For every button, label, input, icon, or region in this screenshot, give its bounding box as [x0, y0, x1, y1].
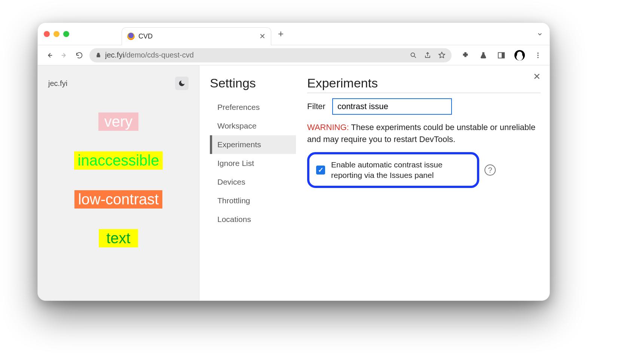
url-host: jec.fyi [105, 51, 124, 59]
demo-word-1: very [98, 112, 139, 131]
moon-icon [178, 80, 186, 87]
reload-icon [75, 51, 83, 59]
toolbar: jec.fyi/demo/cds-quest-cvd [38, 45, 550, 65]
svg-point-3 [537, 52, 538, 53]
demo-word-4: text [99, 229, 138, 247]
warning-prefix: WARNING: [307, 123, 349, 132]
settings-item-devices[interactable]: Devices [210, 173, 296, 191]
share-icon[interactable] [424, 52, 431, 59]
settings-sidebar: Settings PreferencesWorkspaceExperiments… [210, 76, 296, 300]
menu-button[interactable] [533, 50, 543, 60]
devtools-settings-panel: ✕ Settings PreferencesWorkspaceExperimen… [199, 65, 550, 300]
settings-heading: Settings [210, 76, 296, 90]
forward-button[interactable] [59, 50, 69, 60]
tab-title: CVD [138, 33, 256, 40]
window-controls [44, 31, 69, 37]
demo-word-3: low-contrast [74, 190, 163, 209]
page-viewport: jec.fyi very inaccessible low-contrast t… [38, 65, 199, 300]
experiment-checkbox[interactable] [316, 166, 325, 175]
sidepanel-button[interactable] [496, 50, 506, 60]
theme-toggle-button[interactable] [175, 77, 189, 90]
filter-label: Filter [307, 102, 325, 111]
tab-close-button[interactable]: ✕ [259, 32, 266, 41]
bookmark-star-icon[interactable] [438, 52, 446, 59]
lock-icon [95, 52, 101, 58]
settings-item-experiments[interactable]: Experiments [210, 135, 296, 154]
favicon-icon [127, 33, 135, 40]
site-name: jec.fyi [48, 79, 67, 88]
svg-point-0 [411, 53, 415, 56]
chevron-down-icon [536, 30, 544, 38]
filter-input[interactable] [332, 98, 452, 115]
svg-rect-2 [502, 52, 504, 58]
close-window-button[interactable] [44, 31, 50, 37]
experiments-pane: Experiments Filter WARNING: These experi… [296, 76, 541, 300]
demo-word-2: inaccessible [74, 151, 163, 170]
zoom-icon[interactable] [410, 52, 417, 59]
settings-item-workspace[interactable]: Workspace [210, 117, 296, 135]
svg-point-5 [537, 57, 538, 58]
browser-tab[interactable]: CVD ✕ [122, 27, 271, 45]
experiments-heading: Experiments [307, 76, 541, 93]
close-settings-button[interactable]: ✕ [533, 71, 541, 82]
titlebar: CVD ✕ + [38, 23, 550, 45]
maximize-window-button[interactable] [63, 31, 69, 37]
settings-item-throttling[interactable]: Throttling [210, 191, 296, 210]
minimize-window-button[interactable] [53, 31, 59, 37]
profile-avatar-button[interactable] [514, 50, 525, 61]
demo-words: very inaccessible low-contrast text [38, 112, 199, 247]
toolbar-right-icons [461, 50, 543, 61]
highlighted-experiment-row: Enable automatic contrast issue reportin… [307, 152, 479, 188]
arrow-right-icon [60, 51, 68, 59]
new-tab-button[interactable]: + [278, 28, 284, 40]
browser-window: CVD ✕ + jec.fyi/demo/cds-quest-cvd [37, 22, 550, 301]
tabs-dropdown-button[interactable] [536, 30, 544, 38]
content-area: jec.fyi very inaccessible low-contrast t… [38, 65, 550, 300]
experiment-help-button[interactable]: ? [484, 164, 496, 176]
arrow-left-icon [45, 51, 53, 59]
settings-item-ignore-list[interactable]: Ignore List [210, 154, 296, 173]
settings-item-locations[interactable]: Locations [210, 210, 296, 229]
extensions-button[interactable] [461, 50, 470, 60]
url-text: jec.fyi/demo/cds-quest-cvd [105, 51, 406, 59]
experiment-label: Enable automatic contrast issue reportin… [331, 160, 470, 181]
back-button[interactable] [45, 50, 54, 60]
settings-item-preferences[interactable]: Preferences [210, 98, 296, 117]
reload-button[interactable] [74, 50, 84, 60]
experiments-warning: WARNING: These experiments could be unst… [307, 121, 541, 145]
url-path: /demo/cds-quest-cvd [124, 51, 194, 59]
svg-point-4 [537, 55, 538, 56]
labs-button[interactable] [478, 50, 488, 60]
address-bar[interactable]: jec.fyi/demo/cds-quest-cvd [89, 48, 452, 62]
